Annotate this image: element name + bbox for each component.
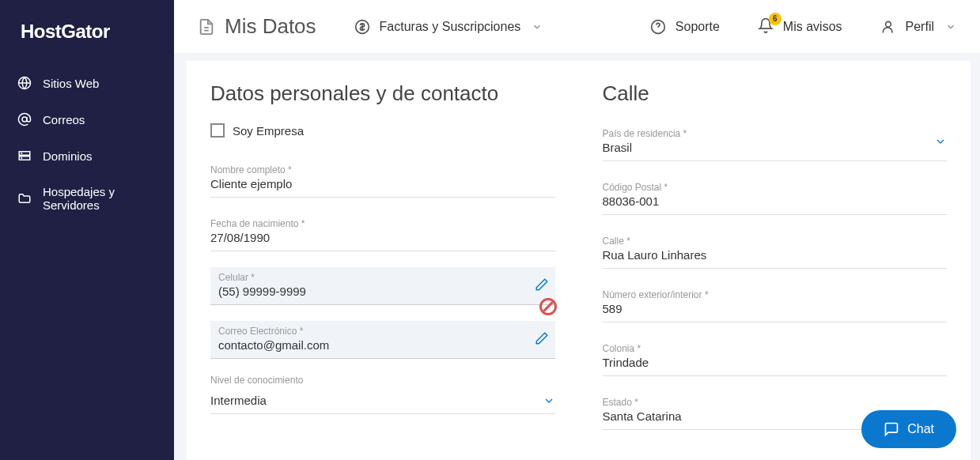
field-label: Nivel de conocimiento — [210, 375, 555, 386]
chevron-down-icon — [532, 21, 543, 32]
field-value: Trindade — [603, 356, 948, 369]
field-label: Fecha de nacimiento * — [210, 218, 555, 229]
checkbox-company[interactable]: Soy Empresa — [210, 123, 555, 138]
field-value: 27/08/1990 — [210, 231, 555, 244]
nav-billing[interactable]: Facturas y Suscripciones — [354, 19, 543, 35]
svg-point-8 — [885, 21, 891, 27]
field-value: 88036-001 — [603, 194, 948, 208]
nav-profile[interactable]: Perfil — [880, 19, 956, 35]
topbar: Mis Datos Facturas y Suscripciones Sopor… — [174, 0, 980, 53]
folder-icon — [17, 191, 32, 205]
chat-icon — [884, 421, 899, 437]
chat-button[interactable]: Chat — [861, 410, 956, 448]
chat-label: Chat — [907, 422, 934, 436]
field-value: Cliente ejemplo — [210, 177, 555, 190]
field-street[interactable]: Calle * Rua Lauro Linhares — [603, 231, 948, 269]
field-dob[interactable]: Fecha de nacimiento * 27/08/1990 — [210, 213, 555, 251]
field-label: Código Postal * — [603, 182, 948, 193]
sidebar-item-mail[interactable]: Correos — [0, 101, 174, 138]
field-value: Intermedia — [210, 394, 267, 407]
column-personal: Datos personales y de contacto Soy Empre… — [210, 81, 555, 448]
field-label: Número exterior/interior * — [603, 289, 948, 300]
sidebar-item-domains[interactable]: Dominios — [0, 138, 174, 174]
field-country[interactable]: País de residencia * Brasil — [603, 123, 948, 161]
nav-billing-label: Facturas y Suscripciones — [380, 20, 521, 34]
globe-icon — [17, 76, 32, 90]
page-title-text: Mis Datos — [225, 14, 316, 39]
user-icon — [880, 19, 896, 35]
document-icon — [198, 18, 215, 36]
checkbox-label: Soy Empresa — [233, 124, 304, 138]
server-icon — [17, 149, 32, 163]
dollar-icon — [354, 19, 370, 35]
blocked-cursor-icon — [539, 298, 557, 315]
help-icon — [650, 19, 666, 35]
field-number[interactable]: Número exterior/interior * 589 — [603, 285, 948, 322]
chevron-down-icon — [945, 21, 956, 32]
sidebar-item-hosting[interactable]: Hospedajes y Servidores — [0, 174, 174, 223]
field-zip[interactable]: Código Postal * 88036-001 — [603, 177, 948, 215]
nav-support-label: Soporte — [675, 20, 720, 34]
column-street: Calle País de residencia * Brasil Código… — [603, 81, 948, 448]
notification-badge: 6 — [769, 13, 781, 25]
page-title: Mis Datos — [198, 14, 316, 39]
chevron-down-icon — [934, 135, 947, 148]
nav-profile-label: Perfil — [906, 20, 934, 34]
edit-icon[interactable] — [535, 277, 549, 295]
field-name[interactable]: Nombre completo * Cliente ejemplo — [210, 160, 555, 198]
nav-notices-label: Mis avisos — [783, 20, 842, 34]
sidebar-item-sites[interactable]: Sitios Web — [0, 65, 174, 101]
chevron-down-icon — [543, 394, 555, 407]
field-label: Celular * — [218, 272, 547, 283]
field-phone[interactable]: Celular * (55) 99999-9999 — [210, 267, 555, 305]
field-label: Nombre completo * — [210, 164, 555, 175]
sidebar: HostGator Sitios Web Correos Dominios Ho… — [0, 0, 174, 460]
field-value: contacto@gmail.com — [218, 338, 547, 352]
field-label: Colonia * — [603, 343, 948, 354]
field-value: (55) 99999-9999 — [218, 285, 547, 298]
field-label: Correo Electrónico * — [218, 326, 547, 337]
sidebar-item-label: Correos — [43, 113, 85, 126]
edit-icon[interactable] — [535, 331, 549, 349]
field-value: Brasil — [603, 141, 687, 154]
field-label: País de residencia * — [603, 128, 687, 139]
checkbox-box[interactable] — [210, 123, 225, 138]
sidebar-item-label: Hospedajes y Servidores — [43, 185, 157, 212]
svg-point-5 — [21, 158, 22, 159]
at-icon — [17, 112, 32, 126]
svg-point-1 — [22, 117, 27, 122]
field-value: 589 — [603, 302, 948, 315]
section-heading-street: Calle — [603, 81, 948, 106]
svg-point-4 — [21, 153, 22, 154]
field-email[interactable]: Correo Electrónico * contacto@gmail.com — [210, 321, 555, 359]
main: Mis Datos Facturas y Suscripciones Sopor… — [174, 0, 980, 460]
sidebar-item-label: Sitios Web — [43, 77, 99, 90]
brand-logo: HostGator — [0, 14, 174, 65]
field-label: Estado * — [603, 397, 948, 408]
section-heading-personal: Datos personales y de contacto — [210, 81, 555, 106]
nav-support[interactable]: Soporte — [650, 19, 720, 35]
field-label: Calle * — [603, 236, 948, 247]
field-colony[interactable]: Colonia * Trindade — [603, 338, 948, 376]
card-profile: Datos personales y de contacto Soy Empre… — [187, 61, 971, 460]
field-level[interactable]: Intermedia — [210, 389, 555, 414]
sidebar-item-label: Dominios — [43, 149, 93, 163]
nav-notices[interactable]: 6 Mis avisos — [758, 17, 842, 36]
field-value: Rua Lauro Linhares — [603, 248, 948, 262]
